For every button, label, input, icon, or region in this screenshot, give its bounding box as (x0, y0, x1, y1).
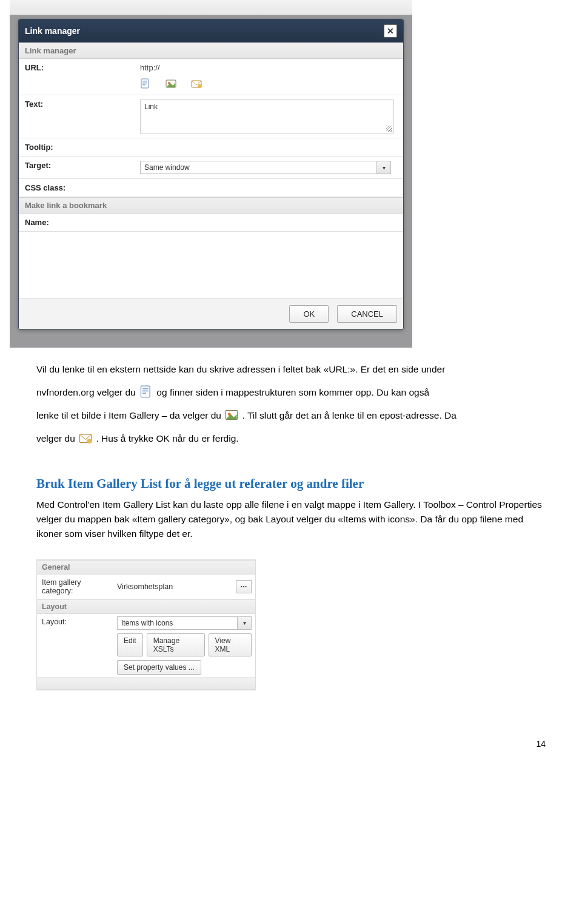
category-general: General (37, 560, 255, 575)
row-layout: Layout: Items with icons ▾ Edit Manage X… (37, 614, 255, 678)
row-tooltip: Tooltip: (19, 138, 403, 157)
row-item-gallery-category: Item gallery category: Virksomhetsplan .… (37, 575, 255, 599)
para1: Vil du lenke til en ekstern nettside kan… (36, 364, 445, 374)
dialog-screenshot: Link manager ✕ Link manager URL: http:// (10, 0, 412, 348)
page-link-icon[interactable] (140, 78, 151, 89)
css-value[interactable] (140, 183, 397, 192)
control-properties-panel: General Item gallery category: Virksomhe… (36, 559, 256, 690)
row-name: Name: (19, 214, 403, 232)
svg-point-7 (198, 84, 201, 88)
target-label: Target: (19, 157, 140, 178)
dialog-footer: OK CANCEL (19, 298, 403, 329)
para4a: velger du (36, 433, 78, 443)
resize-handle-icon[interactable] (386, 126, 392, 132)
edit-button[interactable]: Edit (117, 633, 143, 656)
row-text: Text: Link (19, 95, 403, 138)
background-toolbar (10, 0, 412, 15)
row-css: CSS class: (19, 179, 403, 197)
body-text: Vil du lenke til en ekstern nettside kan… (36, 362, 546, 541)
chevron-down-icon: ▾ (376, 161, 390, 174)
url-icon-row (140, 76, 397, 90)
text-input[interactable]: Link (140, 99, 394, 133)
view-xml-button[interactable]: View XML (209, 633, 252, 656)
page-number: 14 (36, 739, 546, 749)
set-property-values-button[interactable]: Set property values ... (117, 660, 201, 675)
igc-label: Item gallery category: (37, 575, 113, 599)
email-link-icon-inline (79, 431, 92, 445)
text-label: Text: (19, 95, 140, 138)
cancel-button[interactable]: CANCEL (337, 305, 397, 323)
igc-value: Virksomhetsplan (117, 582, 229, 591)
link-manager-dialog: Link manager ✕ Link manager URL: http:// (18, 19, 404, 329)
target-value: Same window (144, 163, 190, 172)
manage-xslts-button[interactable]: Manage XSLTs (147, 633, 205, 656)
css-label: CSS class: (19, 179, 140, 197)
chevron-down-icon: ▾ (237, 617, 251, 629)
svg-rect-3 (142, 84, 146, 85)
para5: Med Control'en Item Gallery List kan du … (36, 497, 546, 541)
dialog-titlebar: Link manager ✕ (19, 19, 403, 42)
para4b: . Hus å trykke OK når du er ferdig. (96, 433, 238, 443)
image-link-icon-inline (225, 408, 238, 422)
row-target: Target: Same window ▾ (19, 157, 403, 179)
row-url: URL: http:// (19, 59, 403, 95)
svg-rect-10 (142, 391, 149, 392)
section-bookmark: Make link a bookmark (19, 197, 403, 214)
svg-point-15 (87, 439, 92, 443)
email-link-icon[interactable] (191, 78, 202, 89)
name-value[interactable] (140, 218, 397, 227)
para2b: og finner siden i mappestrukturen som ko… (156, 387, 429, 397)
layout-value: Items with icons (121, 619, 173, 627)
para3a: lenke til et bilde i Item Gallery – da v… (36, 410, 224, 420)
layout-label: Layout: (37, 614, 113, 677)
image-link-icon[interactable] (166, 78, 176, 89)
url-label: URL: (19, 59, 140, 95)
target-select[interactable]: Same window ▾ (140, 161, 391, 174)
para2a: nvfnorden.org velger du (36, 387, 138, 397)
svg-rect-9 (142, 388, 149, 389)
para3b: . Til slutt går det an å lenke til en ep… (242, 410, 457, 420)
svg-rect-8 (141, 386, 150, 397)
category-trailing (37, 678, 255, 690)
section-heading: Bruk Item Gallery List for å legge ut re… (36, 474, 546, 494)
tooltip-value[interactable] (140, 143, 397, 152)
svg-rect-1 (142, 81, 147, 81)
name-label: Name: (19, 214, 140, 231)
ok-button[interactable]: OK (289, 305, 329, 323)
layout-select[interactable]: Items with icons ▾ (117, 616, 252, 630)
category-layout: Layout (37, 599, 255, 614)
section-link-manager: Link manager (19, 42, 403, 59)
svg-rect-0 (141, 79, 149, 88)
dialog-title-text: Link manager (25, 26, 80, 36)
svg-rect-2 (142, 83, 147, 83)
page-link-icon-inline (139, 385, 153, 399)
svg-rect-11 (142, 393, 146, 394)
browse-button[interactable]: ... (236, 580, 252, 593)
tooltip-label: Tooltip: (19, 138, 140, 156)
text-input-value: Link (144, 103, 158, 111)
close-icon[interactable]: ✕ (384, 24, 397, 38)
url-value[interactable]: http:// (140, 63, 397, 72)
